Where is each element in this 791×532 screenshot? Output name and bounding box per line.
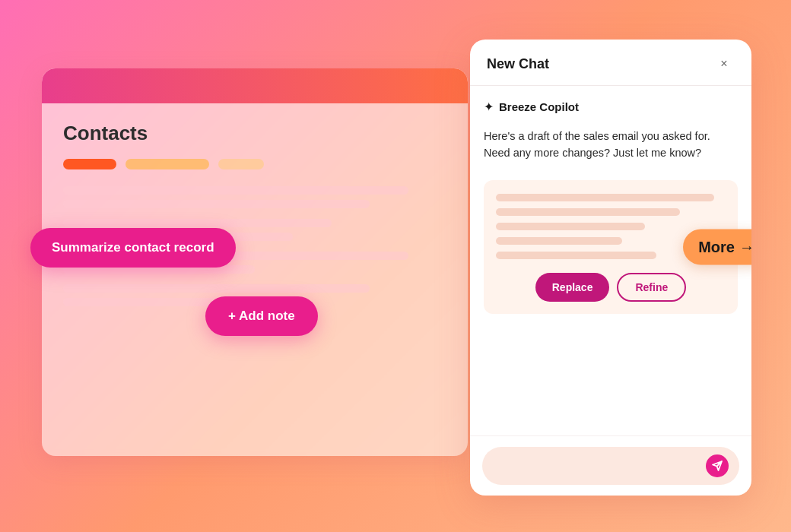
draft-line (496, 252, 656, 259)
filter-pill-peach (125, 159, 209, 169)
draft-card-wrapper: Replace Refine More → (484, 180, 738, 314)
draft-actions: Replace Refine (496, 273, 726, 302)
crm-line (63, 186, 408, 195)
refine-button[interactable]: Refine (617, 273, 686, 302)
filter-pill-light (218, 159, 264, 169)
replace-button[interactable]: Replace (535, 273, 610, 302)
copilot-name: Breeze Copilot (499, 100, 579, 113)
draft-line (496, 208, 680, 216)
crm-line (63, 200, 370, 208)
summarize-contact-button[interactable]: Summarize contact record (30, 228, 236, 268)
copilot-header: ✦ Breeze Copilot (484, 100, 738, 114)
filter-pills (63, 159, 446, 169)
send-button[interactable] (706, 454, 729, 477)
more-label: More (698, 238, 735, 255)
send-icon (712, 461, 723, 471)
chat-body: ✦ Breeze Copilot Here's a draft of the s… (470, 86, 751, 435)
filter-pill-orange (63, 159, 116, 169)
chat-header: New Chat × (470, 40, 751, 86)
draft-line (496, 237, 622, 245)
draft-line (496, 223, 645, 230)
chat-input[interactable] (493, 460, 700, 472)
crm-line (63, 298, 217, 306)
chat-input-area (470, 435, 751, 496)
add-note-button[interactable]: + Add note (205, 296, 318, 336)
close-button[interactable]: × (713, 53, 735, 74)
crm-line (63, 284, 370, 293)
crm-title: Contacts (63, 122, 446, 145)
add-note-label: + Add note (228, 309, 295, 323)
crm-line (63, 219, 332, 227)
draft-line (496, 194, 714, 201)
crm-row (63, 186, 446, 208)
chat-input-wrap (482, 447, 739, 485)
more-badge[interactable]: More → (683, 229, 751, 264)
new-chat-panel: New Chat × ✦ Breeze Copilot Here's a dra… (470, 40, 751, 496)
crm-top-bar (42, 68, 468, 103)
copilot-message: Here's a draft of the sales email you as… (484, 128, 738, 162)
chat-panel-title: New Chat (487, 56, 549, 72)
breeze-copilot-icon: ✦ (484, 100, 494, 114)
more-arrow: → (739, 238, 751, 255)
